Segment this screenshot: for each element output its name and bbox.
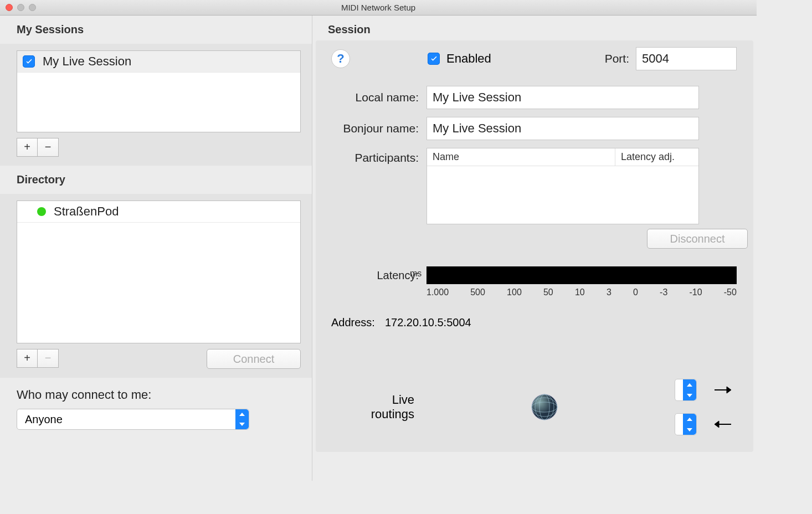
latency-unit: ms — [410, 269, 426, 279]
my-sessions-heading: My Sessions — [0, 16, 312, 44]
tick: 0 — [633, 287, 638, 297]
participants-table[interactable]: Name Latency adj. — [426, 148, 699, 224]
tick: -3 — [660, 287, 667, 297]
directory-buttons: + − Connect — [17, 349, 301, 369]
local-name-label: Local name: — [316, 91, 419, 104]
add-session-button[interactable]: + — [17, 138, 38, 157]
remove-directory-button: − — [38, 349, 59, 368]
tick: 3 — [607, 287, 611, 297]
participants-header: Name Latency adj. — [427, 148, 698, 166]
directory-panel: StraßenPod + − Connect — [0, 194, 312, 378]
checkmark-icon — [430, 55, 438, 63]
port-label: Port: — [605, 52, 629, 65]
latency-label: Latency: — [316, 269, 419, 282]
my-sessions-panel: My Live Session + − — [0, 44, 312, 166]
directory-item-name: StraßenPod — [54, 204, 119, 219]
latency-ticks: 1.000 500 100 50 10 3 0 -3 -10 -50 — [426, 284, 737, 297]
content: My Sessions My Live Session + − Director… — [0, 16, 757, 481]
tick: 100 — [507, 287, 522, 297]
enabled-label: Enabled — [446, 52, 491, 66]
select-stepper-icon — [235, 409, 249, 429]
directory-heading: Directory — [0, 166, 312, 194]
session-row[interactable]: My Live Session — [17, 51, 300, 73]
participants-col-latency[interactable]: Latency adj. — [615, 148, 698, 166]
address-value: 172.20.10.5:5004 — [385, 316, 471, 329]
help-button[interactable]: ? — [331, 49, 350, 68]
session-checkbox[interactable] — [23, 55, 35, 68]
connect-button[interactable]: Connect — [207, 349, 301, 369]
tick: -50 — [724, 287, 737, 297]
bonjour-name-label: Bonjour name: — [316, 122, 419, 135]
live-routing-in-select[interactable]: - — [675, 379, 697, 401]
arrow-right-icon — [703, 386, 742, 394]
window-title: MIDI Network Setup — [0, 3, 757, 12]
sessions-buttons: + − — [17, 138, 301, 157]
session-body: ? Enabled Port: 5004 — [316, 40, 753, 452]
enabled-checkbox[interactable] — [428, 53, 440, 65]
window: MIDI Network Setup My Sessions My Live S… — [0, 0, 757, 481]
tick: 1.000 — [426, 287, 449, 297]
participants-label: Participants: — [316, 148, 419, 165]
select-stepper-icon — [683, 414, 696, 435]
who-may-connect-block: Who may connect to me: Anyone — [0, 378, 312, 435]
session-name: My Live Session — [43, 54, 131, 69]
tick: 50 — [543, 287, 553, 297]
local-name-input[interactable]: My Live Session — [426, 86, 699, 109]
select-stepper-icon — [683, 379, 696, 400]
bonjour-name-input[interactable]: My Live Session — [426, 117, 699, 140]
directory-list[interactable]: StraßenPod — [17, 201, 301, 343]
right-column: Session ? Enabled Port: 5004 — [312, 16, 757, 481]
participants-col-name[interactable]: Name — [427, 148, 615, 166]
latency-meter — [426, 266, 737, 284]
network-globe-icon — [531, 393, 558, 421]
who-selected-value: Anyone — [25, 413, 63, 426]
port-input[interactable]: 5004 — [636, 47, 737, 70]
tick: -10 — [689, 287, 702, 297]
left-column: My Sessions My Live Session + − Director… — [0, 16, 312, 481]
disconnect-button[interactable]: Disconnect — [647, 229, 748, 249]
session-heading: Session — [312, 16, 757, 40]
add-directory-button[interactable]: + — [17, 349, 38, 368]
remove-session-button[interactable]: − — [38, 138, 59, 157]
arrow-left-icon — [703, 420, 742, 428]
live-routing-out-select[interactable]: - — [675, 413, 697, 435]
who-may-connect-label: Who may connect to me: — [17, 388, 295, 402]
live-routings-label: Liveroutings — [331, 393, 414, 422]
checkmark-icon — [25, 58, 33, 66]
address-label: Address: — [331, 316, 375, 329]
who-may-connect-select[interactable]: Anyone — [17, 409, 249, 430]
sessions-list[interactable]: My Live Session — [17, 50, 301, 132]
status-dot-icon — [37, 207, 46, 216]
tick: 10 — [575, 287, 585, 297]
enabled-group: Enabled — [428, 52, 491, 66]
titlebar: MIDI Network Setup — [0, 0, 757, 16]
tick: 500 — [470, 287, 485, 297]
directory-row[interactable]: StraßenPod — [17, 201, 300, 223]
